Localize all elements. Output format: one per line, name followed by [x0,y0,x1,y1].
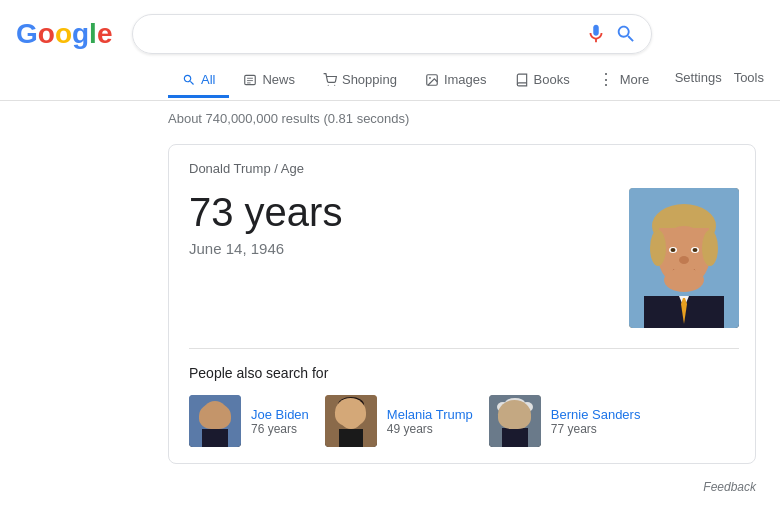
nav-item-shopping[interactable]: Shopping [309,64,411,98]
nav-item-images[interactable]: Images [411,64,501,98]
svg-point-38 [519,412,523,416]
nav-books-label: Books [534,72,570,87]
nav-more-label: More [620,72,650,87]
more-dots-icon: ⋮ [598,70,615,89]
people-list: Joe Biden 76 years [189,395,739,447]
melania-age: 49 years [387,422,473,436]
nav-shopping-label: Shopping [342,72,397,87]
biden-photo [189,395,241,447]
search-input[interactable]: how old is trump [147,25,577,43]
images-nav-icon [425,73,439,87]
svg-rect-30 [339,429,363,447]
sanders-name: Bernie Sanders [551,407,641,422]
svg-point-5 [334,84,335,85]
svg-point-31 [344,412,348,415]
sanders-photo [489,395,541,447]
svg-point-39 [497,402,509,412]
svg-point-21 [650,230,666,266]
nav-all-label: All [201,72,215,87]
nav-item-all[interactable]: All [168,64,229,98]
news-nav-icon [243,73,257,87]
result-count: About 740,000,000 results (0.81 seconds) [0,101,780,136]
biden-name: Joe Biden [251,407,309,422]
people-also-search: People also search for Joe Biden 7 [189,348,739,447]
nav-item-news[interactable]: News [229,64,309,98]
melania-name: Melania Trump [387,407,473,422]
feedback-link[interactable]: Feedback [703,480,756,494]
melania-info: Melania Trump 49 years [387,407,473,436]
svg-rect-25 [202,429,228,447]
svg-point-27 [219,411,223,415]
person-card-melania[interactable]: Melania Trump 49 years [325,395,473,447]
google-logo: Google [16,18,112,50]
nav-bar: All News Shopping Images Books [0,54,780,101]
settings-link[interactable]: Settings [675,70,722,85]
nav-settings: Settings Tools [675,70,780,93]
svg-rect-11 [659,228,709,258]
svg-point-4 [328,84,329,85]
svg-point-37 [507,412,511,416]
svg-point-22 [702,230,718,266]
breadcrumb-current: Age [281,161,304,176]
header: Google how old is trump [0,0,780,54]
biden-info: Joe Biden 76 years [251,407,309,436]
search-icon[interactable] [615,23,637,45]
svg-point-15 [693,248,698,252]
person-card-biden[interactable]: Joe Biden 76 years [189,395,309,447]
svg-point-17 [664,268,704,292]
birth-date: June 14, 1946 [189,240,629,257]
nav-item-more[interactable]: ⋮ More [584,62,664,100]
age-info: 73 years June 14, 1946 [189,188,629,257]
sanders-age: 77 years [551,422,641,436]
microphone-icon[interactable] [585,23,607,45]
trump-photo [629,188,739,328]
nav-item-books[interactable]: Books [501,64,584,98]
age-number: 73 years [189,188,629,236]
svg-point-26 [207,411,211,415]
feedback-section: Feedback [0,472,780,498]
svg-point-33 [338,397,364,413]
sanders-info: Bernie Sanders 77 years [551,407,641,436]
search-bar[interactable]: how old is trump [132,14,652,54]
svg-rect-36 [502,428,528,447]
books-nav-icon [515,73,529,87]
biden-age: 76 years [251,422,309,436]
svg-point-14 [671,248,676,252]
age-content: 73 years June 14, 1946 [189,188,739,328]
person-card-sanders[interactable]: Bernie Sanders 77 years [489,395,641,447]
svg-point-24 [202,401,228,429]
melania-photo [325,395,377,447]
nav-images-label: Images [444,72,487,87]
svg-point-32 [354,412,358,415]
knowledge-panel: Donald Trump / Age 73 years June 14, 194… [168,144,756,464]
breadcrumb: Donald Trump / Age [189,161,739,176]
svg-point-41 [505,398,525,408]
shopping-nav-icon [323,73,337,87]
svg-point-16 [679,256,689,264]
nav-news-label: News [262,72,295,87]
svg-point-35 [502,402,528,428]
breadcrumb-link[interactable]: Donald Trump [189,161,271,176]
svg-point-7 [429,77,431,79]
search-nav-icon [182,73,196,87]
people-search-title: People also search for [189,365,739,381]
svg-point-29 [339,401,363,429]
svg-point-40 [521,402,533,412]
tools-link[interactable]: Tools [734,70,764,85]
